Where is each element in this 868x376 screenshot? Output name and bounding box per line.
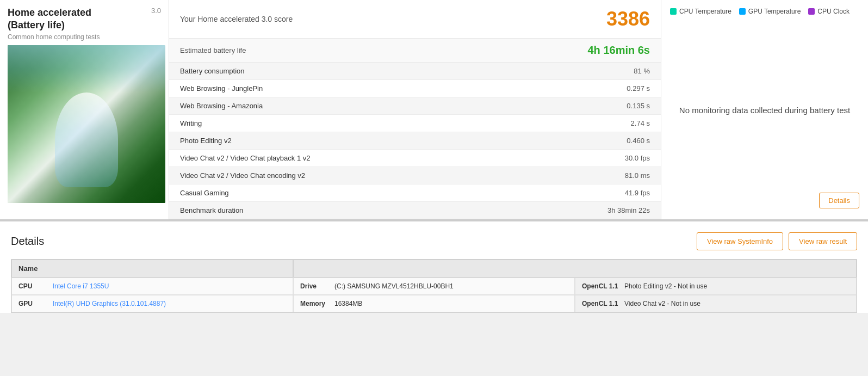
metric-name: Battery consumption: [180, 67, 245, 75]
battery-label: Estimated battery life: [180, 46, 246, 54]
details-actions: View raw SystemInfo View raw result: [697, 232, 857, 250]
benchmark-image: [8, 45, 165, 203]
hardware-table: Name CPU Intel Core i7 1355U Drive (C:) …: [11, 259, 857, 313]
table-header-row: Name: [11, 260, 857, 278]
table-row: CPU Intel Core i7 1355U Drive (C:) SAMSU…: [11, 278, 857, 295]
drive-cell: Memory 16384MB: [293, 295, 575, 312]
center-panel: Your Home accelerated 3.0 score 3386 Est…: [169, 0, 661, 219]
metric-row: Writing 2.74 s: [169, 115, 661, 132]
metric-row: Photo Editing v2 0.460 s: [169, 132, 661, 150]
metric-value: 41.9 fps: [625, 189, 650, 197]
metric-name: Web Browsing - Amazonia: [180, 102, 263, 110]
metric-name: Video Chat v2 / Video Chat playback 1 v2: [180, 154, 310, 162]
view-sysinfo-button[interactable]: View raw SystemInfo: [697, 232, 783, 250]
metric-value: 3h 38min 22s: [607, 206, 650, 214]
no-data-message: No monitoring data collected during batt…: [679, 105, 850, 114]
opencl-value: Video Chat v2 - Not in use: [624, 300, 700, 307]
battery-row: Estimated battery life 4h 16min 6s: [169, 39, 661, 63]
battery-value: 4h 16min 6s: [587, 44, 650, 57]
col-header-description: [293, 260, 857, 278]
cpu-label: CPU: [18, 282, 48, 290]
legend-color: [670, 8, 677, 15]
bottom-section: Details View raw SystemInfo View raw res…: [0, 221, 868, 313]
right-panel: CPU Temperature GPU Temperature CPU Cloc…: [661, 0, 868, 219]
metric-name: Photo Editing v2: [180, 137, 232, 145]
metric-value: 81 %: [634, 67, 650, 75]
metric-value: 0.135 s: [627, 102, 650, 110]
metric-name: Writing: [180, 119, 202, 127]
legend-color: [808, 8, 815, 15]
metric-value: 81.0 ms: [625, 171, 650, 180]
details-button[interactable]: Details: [819, 193, 859, 208]
metric-value: 2.74 s: [631, 119, 650, 127]
details-header: Details View raw SystemInfo View raw res…: [11, 232, 857, 250]
drive-label: Memory: [300, 300, 330, 307]
cpu-value: Intel Core i7 1355U: [53, 282, 109, 290]
opencl-label: OpenCL 1.1: [582, 300, 620, 307]
legend-label: CPU Clock: [817, 8, 850, 15]
drive-value: (C:) SAMSUNG MZVL4512HBLU-00BH1: [334, 282, 454, 290]
table-row: GPU Intel(R) UHD Graphics (31.0.101.4887…: [11, 295, 857, 312]
version-label: 3.0: [151, 7, 161, 15]
benchmark-title: Home accelerated (Battery life): [8, 7, 100, 32]
metric-value: 0.460 s: [627, 137, 650, 145]
cpu-cell: GPU Intel(R) UHD Graphics (31.0.101.4887…: [11, 295, 293, 312]
left-panel: Home accelerated (Battery life) Common h…: [0, 0, 169, 219]
drive-label: Drive: [300, 282, 330, 290]
legend-item: GPU Temperature: [739, 8, 801, 15]
drive-value: 16384MB: [334, 300, 362, 307]
metric-name: Casual Gaming: [180, 189, 229, 197]
drive-cell: Drive (C:) SAMSUNG MZVL4512HBLU-00BH1: [293, 278, 575, 295]
legend: CPU Temperature GPU Temperature CPU Cloc…: [670, 8, 859, 15]
metric-name: Benchmark duration: [180, 206, 243, 214]
cpu-label: GPU: [18, 300, 48, 307]
metric-row: Benchmark duration 3h 38min 22s: [169, 202, 661, 219]
legend-label: GPU Temperature: [748, 8, 801, 15]
col-header-name: Name: [11, 260, 293, 278]
metric-row: Video Chat v2 / Video Chat encoding v2 8…: [169, 167, 661, 184]
score-label: Your Home accelerated 3.0 score: [180, 15, 293, 23]
opencl-cell: OpenCL 1.1 Video Chat v2 - Not in use: [575, 295, 857, 312]
details-title: Details: [11, 235, 44, 248]
opencl-label: OpenCL 1.1: [582, 282, 620, 290]
opencl-cell: OpenCL 1.1 Photo Editing v2 - Not in use: [575, 278, 857, 295]
view-result-button[interactable]: View raw result: [789, 232, 857, 250]
benchmark-subtitle: Common home computing tests: [8, 33, 100, 41]
metric-row: Video Chat v2 / Video Chat playback 1 v2…: [169, 150, 661, 167]
cpu-value: Intel(R) UHD Graphics (31.0.101.4887): [53, 300, 166, 307]
metric-name: Web Browsing - JunglePin: [180, 84, 263, 93]
legend-item: CPU Clock: [808, 8, 850, 15]
score-value: 3386: [606, 8, 650, 30]
legend-label: CPU Temperature: [679, 8, 731, 15]
metric-row: Web Browsing - JunglePin 0.297 s: [169, 80, 661, 97]
metric-row: Battery consumption 81 %: [169, 63, 661, 80]
metric-row: Casual Gaming 41.9 fps: [169, 184, 661, 202]
metrics-table: Battery consumption 81 % Web Browsing - …: [169, 63, 661, 219]
legend-item: CPU Temperature: [670, 8, 731, 15]
hardware-rows: CPU Intel Core i7 1355U Drive (C:) SAMSU…: [11, 278, 857, 312]
metric-name: Video Chat v2 / Video Chat encoding v2: [180, 171, 305, 180]
metric-value: 0.297 s: [627, 84, 650, 93]
score-row: Your Home accelerated 3.0 score 3386: [169, 0, 661, 39]
cpu-cell: CPU Intel Core i7 1355U: [11, 278, 293, 295]
legend-color: [739, 8, 746, 15]
metric-value: 30.0 fps: [625, 154, 650, 162]
metric-row: Web Browsing - Amazonia 0.135 s: [169, 97, 661, 115]
opencl-value: Photo Editing v2 - Not in use: [624, 282, 707, 290]
